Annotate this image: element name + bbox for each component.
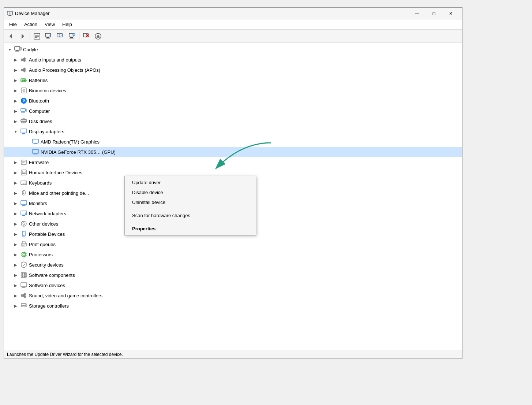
context-menu-scan-hardware[interactable]: Scan for hardware changes: [125, 211, 256, 220]
hid-icon: [20, 169, 27, 176]
expand-audio-apo[interactable]: ▶: [13, 67, 19, 73]
expand-biometric[interactable]: ▶: [13, 88, 19, 93]
svg-point-78: [23, 193, 25, 194]
svg-point-3: [9, 12, 11, 14]
svg-rect-72: [25, 182, 26, 182]
expand-mice[interactable]: ▶: [13, 190, 19, 196]
expand-monitors[interactable]: ▶: [13, 200, 19, 206]
expand-bluetooth[interactable]: ▶: [13, 98, 19, 104]
svg-rect-111: [24, 275, 26, 277]
tree-item-print[interactable]: ▶ Print queues: [4, 239, 462, 249]
menu-help[interactable]: Help: [59, 21, 76, 28]
expand-audio-io[interactable]: ▶: [13, 57, 19, 63]
tree-item-computer[interactable]: ▶ Computer: [4, 106, 462, 116]
tree-item-firmware[interactable]: ▶ Firmware: [4, 157, 462, 167]
remove-device-button[interactable]: [81, 31, 92, 41]
svg-rect-64: [22, 163, 24, 164]
expand-display[interactable]: ▼: [13, 129, 19, 134]
svg-rect-69: [22, 182, 22, 182]
expand-other[interactable]: ▶: [13, 221, 19, 227]
svg-rect-38: [26, 80, 27, 81]
expand-computer[interactable]: ▶: [13, 108, 19, 114]
svg-rect-58: [34, 144, 37, 144]
expand-sound[interactable]: ▶: [13, 293, 19, 298]
processors-label: Processors: [29, 252, 53, 257]
svg-rect-74: [23, 183, 25, 183]
tree-item-batteries[interactable]: ▶ Batteries: [4, 75, 462, 85]
audio-apo-label: Audio Processing Objects (APOs): [29, 67, 100, 73]
context-menu-update-driver[interactable]: Update driver: [125, 178, 256, 187]
properties-button[interactable]: [31, 31, 42, 41]
help-button[interactable]: ?: [55, 31, 66, 41]
expand-network[interactable]: ▶: [13, 211, 19, 216]
sw-devices-label: Software devices: [29, 283, 65, 288]
back-button[interactable]: [5, 31, 16, 41]
svg-rect-83: [22, 215, 25, 216]
tree-item-biometric[interactable]: ▶ Biometric devices: [4, 85, 462, 96]
expand-print[interactable]: ▶: [13, 241, 19, 247]
firmware-icon: [20, 159, 27, 166]
forward-button[interactable]: [17, 31, 28, 41]
expand-firmware[interactable]: ▶: [13, 159, 19, 165]
hid-label: Human Interface Devices: [29, 170, 82, 175]
svg-marker-116: [23, 293, 25, 298]
context-menu-disable-device[interactable]: Disable device: [125, 187, 256, 197]
expand-storage[interactable]: ▶: [13, 303, 19, 309]
tree-item-amd[interactable]: ▶ AMD Radeon(TM) Graphics: [4, 137, 462, 147]
tree-item-processors[interactable]: ▶ Processors: [4, 249, 462, 260]
tree-item-security[interactable]: ▶ Security devices: [4, 260, 462, 270]
expand-portable[interactable]: ▶: [13, 231, 19, 237]
close-button[interactable]: ✕: [442, 8, 459, 19]
svg-rect-71: [24, 182, 25, 182]
svg-marker-34: [23, 57, 25, 62]
update-driver-toolbar-button[interactable]: [43, 31, 54, 41]
context-menu-properties[interactable]: Properties: [125, 224, 256, 234]
svg-rect-62: [22, 161, 26, 161]
tree-item-bluetooth[interactable]: ▶ ℬ Bluetooth: [4, 96, 462, 106]
expand-processors[interactable]: ▶: [13, 252, 19, 257]
svg-marker-5: [22, 34, 24, 39]
keyboards-label: Keyboards: [29, 180, 52, 186]
minimize-button[interactable]: —: [409, 8, 426, 19]
expand-keyboards[interactable]: ▶: [13, 180, 19, 186]
tree-item-disk[interactable]: ▶ Disk drives: [4, 116, 462, 126]
expand-hid[interactable]: ▶: [13, 170, 19, 175]
tree-item-display[interactable]: ▼ Display adapters: [4, 126, 462, 137]
context-menu-uninstall-device[interactable]: Uninstall device: [125, 197, 256, 207]
tree-item-nvidia[interactable]: ▶ NVIDIA GeForce RTX 305… (GPU): [4, 147, 462, 157]
root-expand[interactable]: ▼: [7, 47, 13, 52]
nvidia-label: NVIDIA GeForce RTX 305… (GPU): [41, 149, 116, 155]
download-button[interactable]: [93, 31, 104, 41]
svg-rect-2: [8, 15, 12, 16]
expand-sw-devices[interactable]: ▶: [13, 282, 19, 288]
tree-item-sound[interactable]: ▶ Sound, video and game controllers: [4, 290, 462, 301]
svg-rect-90: [23, 235, 25, 236]
tree-item-audio-io[interactable]: ▶ Audio inputs and outputs: [4, 55, 462, 65]
svg-rect-49: [26, 109, 27, 111]
svg-rect-80: [22, 205, 25, 206]
expand-batteries[interactable]: ▶: [13, 77, 19, 83]
root-node[interactable]: ▼ Carlyle: [4, 44, 462, 55]
menu-bar: File Action View Help: [4, 19, 462, 30]
expand-security[interactable]: ▶: [13, 262, 19, 268]
menu-view[interactable]: View: [41, 21, 59, 28]
svg-point-120: [25, 306, 26, 306]
disk-label: Disk drives: [29, 119, 52, 124]
tree-item-sw-components[interactable]: ▶ Software components: [4, 270, 462, 280]
menu-file[interactable]: File: [5, 21, 20, 28]
title-bar: Device Manager — □ ✕: [4, 8, 462, 19]
expand-disk[interactable]: ▶: [13, 118, 19, 124]
expand-sw-components[interactable]: ▶: [13, 272, 19, 278]
processor-icon: [20, 251, 27, 258]
maximize-button[interactable]: □: [426, 8, 442, 19]
tree-item-storage[interactable]: ▶ Storage controllers: [4, 301, 462, 311]
menu-action[interactable]: Action: [20, 21, 41, 28]
app-icon: [7, 11, 13, 16]
tree-item-audio-apo[interactable]: ▶ Audio Processing Objects (APOs): [4, 65, 462, 75]
svg-rect-56: [22, 134, 26, 134]
tree-item-sw-devices[interactable]: ▶ Software devices: [4, 280, 462, 290]
svg-rect-60: [34, 154, 37, 155]
svg-rect-30: [16, 51, 19, 51]
network-icon: [20, 210, 27, 217]
scan-hardware-button[interactable]: +: [67, 31, 78, 41]
